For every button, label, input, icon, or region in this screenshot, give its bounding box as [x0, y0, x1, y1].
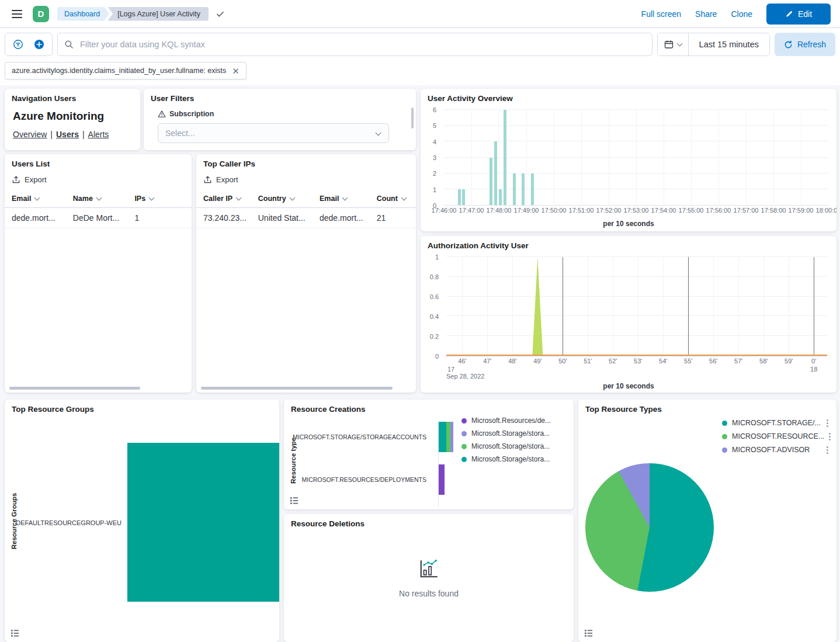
user-activity-plot[interactable] [444, 110, 828, 206]
bar[interactable] [504, 110, 506, 205]
panel-title: Navigation Users [5, 89, 140, 105]
legend-dot [722, 421, 727, 426]
horizontal-scrollbar[interactable] [9, 387, 140, 390]
share-button[interactable]: Share [695, 9, 717, 19]
legend-item[interactable]: MICROSOFT.ADVISOR [722, 445, 832, 454]
edit-button[interactable]: Edit [766, 4, 831, 25]
bar[interactable] [522, 173, 525, 205]
legend-item[interactable]: Microsoft.Storage/stora... [461, 442, 551, 451]
column-header-ips[interactable]: IPs [130, 190, 192, 208]
clone-button[interactable]: Clone [731, 9, 752, 19]
bar[interactable] [494, 141, 497, 205]
column-header-email[interactable]: Email [5, 190, 68, 208]
bar[interactable] [490, 158, 492, 206]
axis-tick-label: 17:49:00 [514, 207, 539, 214]
column-header-count[interactable]: Count [372, 190, 416, 208]
legend-options-icon[interactable] [827, 449, 828, 451]
remove-filter-icon[interactable]: ✕ [232, 67, 239, 75]
bar[interactable] [499, 189, 502, 205]
legend-item[interactable]: MICROSOFT.STORAGE/... [722, 418, 832, 428]
legend-toggle-button[interactable] [583, 627, 594, 638]
axis-tick-label: 17:52:00 [596, 207, 622, 214]
export-button[interactable]: Export [196, 171, 245, 190]
panel-user-filters: User Filters Subscription Select... [144, 89, 416, 150]
bar[interactable] [462, 189, 465, 205]
export-icon [12, 175, 20, 184]
axis-tick-label: 17:51:00 [569, 207, 594, 214]
subscription-select[interactable]: Select... [158, 123, 389, 143]
legend-item[interactable]: Microsoft.Storage/stora... [461, 429, 551, 438]
legend-toggle-button[interactable] [289, 495, 300, 506]
legend-item[interactable]: MICROSOFT.RESOURCE... [722, 432, 832, 441]
area-spike[interactable] [532, 257, 543, 356]
panel-title: Users List [5, 154, 192, 171]
table-row[interactable]: dede.mort...DeDe Mort...1 [5, 208, 192, 228]
saved-query-menu-button[interactable] [8, 34, 29, 55]
refresh-button[interactable]: Refresh [775, 33, 835, 56]
table-row[interactable]: 73.240.23...United Stat...dede.mort...21 [196, 208, 416, 228]
legend-options-icon[interactable] [827, 422, 828, 424]
sort-chevron-icon [289, 195, 295, 201]
refresh-button-label: Refresh [797, 40, 826, 49]
axis-tick-label: 0' [811, 358, 816, 365]
time-range-button[interactable]: Last 15 minutes [689, 33, 769, 55]
panel-title: User Filters [144, 89, 416, 105]
breadcrumb-dashboard[interactable]: Dashboard [57, 7, 109, 21]
axis-tick-label: 55' [684, 358, 692, 365]
legend-label: MICROSOFT.RESOURCE... [732, 432, 824, 440]
kibana-dashboard-app: D Dashboard [Logs Azure] User Activity F… [0, 0, 840, 642]
legend-label: Microsoft.Storage/stora... [471, 455, 550, 463]
horizontal-scrollbar[interactable] [201, 387, 393, 390]
column-header-name[interactable]: Name [68, 190, 130, 208]
legend-dot [461, 431, 467, 436]
axis-tick-label: 17:46:00 [432, 207, 457, 214]
add-filter-button[interactable] [29, 34, 50, 55]
space-avatar[interactable]: D [33, 6, 49, 22]
refresh-icon [784, 40, 793, 49]
breadcrumb-page-title: [Logs Azure] User Activity [107, 7, 209, 21]
bar[interactable] [531, 173, 534, 205]
resource-groups-bar[interactable] [127, 443, 279, 602]
legend-label: MICROSOFT.ADVISOR [732, 446, 810, 454]
axis-tick-label: 59' [785, 358, 793, 365]
axis-tick-label: 17:48:00 [487, 207, 512, 214]
export-button[interactable]: Export [5, 171, 54, 190]
bar[interactable] [513, 173, 516, 205]
legend-toggle-button[interactable] [9, 627, 20, 638]
legend-item[interactable]: Microsoft.Storage/stora... [461, 454, 551, 464]
menu-icon[interactable] [9, 8, 25, 20]
panel-title: Resource Deletions [284, 514, 574, 530]
date-picker-button[interactable] [658, 33, 689, 55]
x-axis-start-date: Sep 28, 2022 [446, 373, 484, 380]
legend-label: Microsoft.Storage/stora... [471, 442, 550, 450]
auth-plot[interactable] [446, 257, 827, 356]
nav-link-alerts[interactable]: Alerts [88, 130, 109, 139]
query-bar: Last 15 minutes Refresh [0, 28, 840, 61]
bar-segment [439, 422, 446, 452]
column-header-country[interactable]: Country [254, 190, 315, 208]
stacked-bar[interactable] [439, 464, 567, 495]
bar[interactable] [458, 189, 461, 205]
panel-title: Authorization Activity User [421, 236, 836, 252]
panel-navigation-users: Navigation Users Azure Monitoring Overvi… [5, 89, 140, 150]
vertical-scrollbar[interactable] [411, 107, 414, 129]
column-header-email[interactable]: Email [315, 190, 372, 208]
axis-tick-label: 51' [584, 358, 592, 365]
calendar-icon [664, 40, 674, 49]
x-axis-end-hour: 18 [810, 366, 817, 373]
kql-search-input[interactable] [57, 33, 652, 56]
filter-pill-row: azure.activitylogs.identity.claims_initi… [0, 61, 840, 85]
legend-options-icon[interactable] [829, 436, 831, 438]
resource-types-pie[interactable] [585, 463, 714, 592]
nav-link-overview[interactable]: Overview [13, 130, 47, 139]
axis-tick-label: 17:54:00 [651, 207, 676, 214]
full-screen-button[interactable]: Full screen [641, 9, 681, 19]
column-header-caller-ip[interactable]: Caller IP [196, 190, 254, 208]
panel-users-list: Users List Export EmailNameIPsdede.mort.… [5, 154, 192, 393]
legend-item[interactable]: Microsoft.Resources/de... [461, 416, 551, 425]
filter-field-label: Subscription [169, 110, 214, 118]
axis-tick-label: 0.4 [430, 313, 439, 320]
nav-link-users[interactable]: Users [56, 130, 79, 139]
filter-pill[interactable]: azure.activitylogs.identity.claims_initi… [5, 62, 247, 79]
warning-icon [158, 110, 166, 118]
